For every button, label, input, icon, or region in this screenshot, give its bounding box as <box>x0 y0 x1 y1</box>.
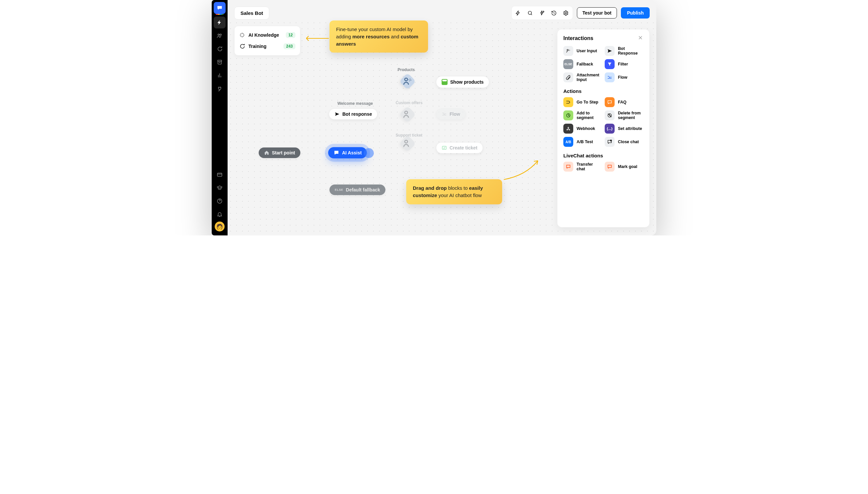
svg-point-8 <box>405 78 408 81</box>
knowledge-card: AI Knowledge 12 Training 243 <box>234 26 300 56</box>
svg-rect-2 <box>218 60 222 61</box>
block-set-attribute[interactable]: {...}Set attribute <box>605 124 643 134</box>
history-icon[interactable] <box>548 7 560 19</box>
svg-point-19 <box>568 127 569 128</box>
rail-help[interactable] <box>214 195 226 207</box>
ai-knowledge-label: AI Knowledge <box>248 33 279 38</box>
topbar-icon-group <box>511 6 573 20</box>
rail-flows[interactable] <box>214 17 226 28</box>
training-label: Training <box>248 44 266 49</box>
svg-point-7 <box>565 12 567 14</box>
callout-finetune: Fine-tune your custom AI model by adding… <box>329 20 428 53</box>
svg-point-11 <box>405 140 408 143</box>
svg-point-10 <box>405 111 408 114</box>
block-webhook[interactable]: Webhook <box>563 124 602 134</box>
block-bot-response[interactable]: Bot Response <box>605 46 643 56</box>
diamond-support[interactable] <box>399 135 416 152</box>
node-create-ticket[interactable]: Create ticket <box>436 142 483 153</box>
chat-bubble-icon <box>334 150 339 156</box>
main-canvas: Sales Bot Test your bot Publish AI Knowl… <box>228 0 656 235</box>
rail-chats[interactable] <box>214 43 226 55</box>
publish-button[interactable]: Publish <box>621 7 650 19</box>
block-faq[interactable]: FAQ <box>605 97 643 107</box>
node-flow-chip[interactable]: Flow <box>436 109 466 120</box>
chat-logo-icon <box>216 5 223 11</box>
rail-archive[interactable] <box>214 56 226 68</box>
panel-title: Interactions <box>563 35 593 41</box>
diamond-products[interactable] <box>399 73 416 90</box>
callout-dragdrop: Drag and drop blocks to easily customize… <box>406 179 502 204</box>
rail-notifications[interactable] <box>214 208 226 220</box>
ai-knowledge-count: 12 <box>286 32 296 38</box>
home-icon <box>264 150 269 155</box>
svg-point-1 <box>220 34 222 36</box>
svg-rect-3 <box>217 173 222 176</box>
rail-analytics[interactable] <box>214 70 226 81</box>
training-row[interactable]: Training 243 <box>239 41 296 52</box>
node-tag-custom: Custom offers <box>396 100 422 105</box>
node-default-fallback[interactable]: ELSE Default fallback <box>329 185 385 195</box>
bolt-settings-icon[interactable] <box>536 7 548 19</box>
block-close-chat[interactable]: Close chat <box>605 137 643 147</box>
block-attachment-input[interactable]: Attachment Input <box>563 72 602 82</box>
node-tag-products: Products <box>398 68 415 72</box>
rail-billing[interactable] <box>214 169 226 180</box>
test-bot-button[interactable]: Test your bot <box>577 7 617 19</box>
topbar: Sales Bot Test your bot Publish <box>234 6 650 20</box>
block-filter[interactable]: Filter <box>605 59 643 69</box>
block-flow[interactable]: Flow <box>605 72 643 82</box>
bot-name-chip[interactable]: Sales Bot <box>234 6 269 19</box>
diamond-custom[interactable] <box>399 106 416 123</box>
block-goto-step[interactable]: Go To Step <box>563 97 602 107</box>
training-count: 243 <box>283 43 296 49</box>
arrow-left-icon <box>304 34 329 42</box>
search-icon[interactable] <box>524 7 536 19</box>
block-user-input[interactable]: User Input <box>563 46 602 56</box>
rail-integrations[interactable] <box>214 83 226 95</box>
block-delete-segment[interactable]: Delete from segment <box>605 111 643 120</box>
rail-learn[interactable] <box>214 182 226 194</box>
svg-point-13 <box>567 49 568 51</box>
user-avatar[interactable]: 🧑 <box>215 222 225 231</box>
side-rail: 🧑 <box>212 0 228 235</box>
app-shell: 🧑 Sales Bot Test your bot Publish <box>212 0 656 235</box>
node-start-point[interactable]: Start point <box>259 148 300 158</box>
node-tag-welcome: Welcome message <box>337 101 373 106</box>
training-icon <box>239 43 245 49</box>
svg-point-5 <box>528 11 532 14</box>
ai-knowledge-row[interactable]: AI Knowledge 12 <box>239 30 296 41</box>
gear-icon[interactable] <box>560 7 572 19</box>
ticket-check-icon <box>441 145 447 150</box>
svg-point-9 <box>409 79 411 81</box>
block-add-segment[interactable]: Add to segment <box>563 111 602 120</box>
interactions-panel: Interactions User Input Bot Response ELS… <box>557 29 650 228</box>
shopify-icon <box>441 79 448 85</box>
livechat-heading: LiveChat actions <box>563 153 643 158</box>
app-logo[interactable] <box>214 2 226 14</box>
send-icon <box>335 111 340 117</box>
rail-users[interactable] <box>214 30 226 42</box>
close-icon[interactable] <box>638 35 643 42</box>
svg-point-6 <box>543 11 544 12</box>
flow-icon <box>441 111 447 117</box>
zap-icon[interactable] <box>512 7 524 19</box>
node-ai-assist[interactable]: AI Assist <box>328 147 367 158</box>
svg-point-0 <box>218 34 220 36</box>
actions-heading: Actions <box>563 88 643 94</box>
arrow-curve-icon <box>502 158 542 181</box>
block-transfer-chat[interactable]: Transfer chat <box>563 162 602 172</box>
block-ab-test[interactable]: A/BA/B Test <box>563 137 602 147</box>
ai-halo-dot <box>364 148 374 158</box>
sparkle-icon <box>239 32 245 38</box>
topbar-actions: Test your bot Publish <box>511 6 650 20</box>
block-mark-goal[interactable]: Mark goal <box>605 162 643 172</box>
svg-point-14 <box>569 50 570 51</box>
node-bot-response[interactable]: Bot response <box>329 109 377 120</box>
node-show-products[interactable]: Show products <box>436 76 489 88</box>
block-fallback[interactable]: ELSEFallback <box>563 59 602 69</box>
